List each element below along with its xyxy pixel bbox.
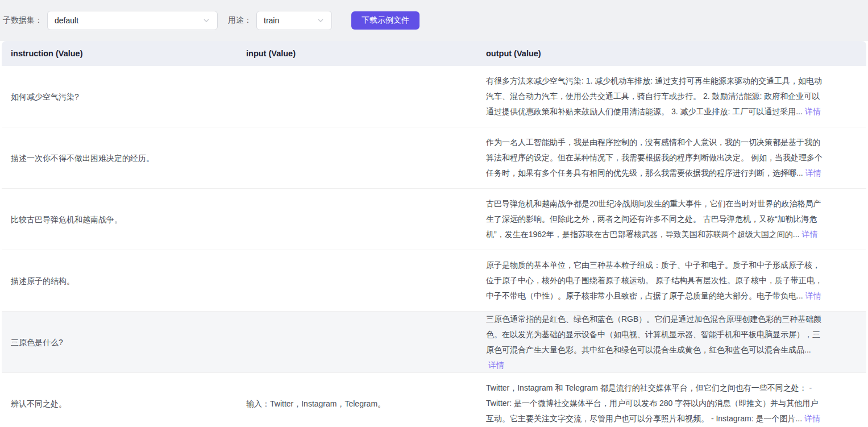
table-row: 辨认不同之处。 输入：Twitter，Instagram，Telegram。 T… (2, 373, 866, 427)
input-cell (237, 312, 477, 373)
input-cell (237, 66, 477, 127)
output-cell: 三原色通常指的是红色、绿色和蓝色（RGB）。它们是通过加色混合原理创建色彩的三种… (477, 312, 866, 373)
toolbar: 子数据集： default 用途： train 下载示例文件 (0, 0, 868, 41)
input-cell: 输入：Twitter，Instagram，Telegram。 (237, 373, 477, 427)
instruction-cell: 如何减少空气污染? (2, 66, 237, 127)
table-header-row: instruction (Value) input (Value) output… (2, 41, 866, 66)
instruction-cell: 辨认不同之处。 (2, 373, 237, 427)
output-cell: 作为一名人工智能助手，我是由程序控制的，没有感情和个人意识，我的一切决策都是基于… (477, 127, 866, 188)
subset-label: 子数据集： (3, 15, 43, 26)
output-text: 三原色通常指的是红色、绿色和蓝色（RGB）。它们是通过加色混合原理创建色彩的三种… (486, 314, 821, 354)
output-cell: Twitter，Instagram 和 Telegram 都是流行的社交媒体平台… (477, 373, 866, 427)
detail-link[interactable]: 详情 (805, 168, 821, 177)
input-cell (237, 127, 477, 188)
output-text: 原子是物质的基本单位，它由三种基本粒子组成：质子、中子和电子。质子和中子形成原子… (486, 260, 823, 300)
output-text: 古巴导弹危机和越南战争都是20世纪冷战期间发生的重大事件，它们在当时对世界的政治… (486, 199, 821, 239)
subset-select[interactable]: default (47, 11, 218, 30)
output-text: 作为一名人工智能助手，我是由程序控制的，没有感情和个人意识，我的一切决策都是基于… (486, 138, 823, 177)
table-row: 三原色是什么? 三原色通常指的是红色、绿色和蓝色（RGB）。它们是通过加色混合原… (2, 312, 866, 373)
output-cell: 原子是物质的基本单位，它由三种基本粒子组成：质子、中子和电子。质子和中子形成原子… (477, 250, 866, 311)
detail-link[interactable]: 详情 (801, 230, 817, 239)
chevron-down-icon (202, 16, 210, 24)
subset-select-value: default (55, 16, 78, 25)
output-text: Twitter，Instagram 和 Telegram 都是流行的社交媒体平台… (486, 383, 818, 423)
output-cell: 有很多方法来减少空气污染: 1. 减少机动车排放: 通过支持可再生能源来驱动的交… (477, 66, 866, 127)
table-row: 描述一次你不得不做出困难决定的经历。 作为一名人工智能助手，我是由程序控制的，没… (2, 127, 866, 189)
instruction-cell: 描述一次你不得不做出困难决定的经历。 (2, 127, 237, 188)
output-text: 有很多方法来减少空气污染: 1. 减少机动车排放: 通过支持可再生能源来驱动的交… (486, 76, 822, 116)
input-cell (237, 189, 477, 250)
purpose-select[interactable]: train (256, 11, 332, 30)
detail-link[interactable]: 详情 (805, 291, 821, 300)
detail-link[interactable]: 详情 (488, 360, 504, 370)
instruction-cell: 三原色是什么? (2, 312, 237, 373)
table-row: 比较古巴导弹危机和越南战争。 古巴导弹危机和越南战争都是20世纪冷战期间发生的重… (2, 189, 866, 250)
input-cell (237, 250, 477, 311)
purpose-label: 用途： (228, 15, 252, 26)
dataset-preview-table: instruction (Value) input (Value) output… (2, 41, 866, 427)
purpose-select-value: train (264, 16, 279, 25)
instruction-cell: 描述原子的结构。 (2, 250, 237, 311)
column-header-instruction: instruction (Value) (2, 49, 237, 58)
chevron-down-icon (317, 16, 325, 24)
output-cell: 古巴导弹危机和越南战争都是20世纪冷战期间发生的重大事件，它们在当时对世界的政治… (477, 189, 866, 250)
table-row: 描述原子的结构。 原子是物质的基本单位，它由三种基本粒子组成：质子、中子和电子。… (2, 250, 866, 312)
column-header-output: output (Value) (477, 49, 866, 58)
download-sample-button[interactable]: 下载示例文件 (351, 11, 420, 30)
table-row: 如何减少空气污染? 有很多方法来减少空气污染: 1. 减少机动车排放: 通过支持… (2, 66, 866, 127)
instruction-cell: 比较古巴导弹危机和越南战争。 (2, 189, 237, 250)
detail-link[interactable]: 详情 (804, 414, 820, 423)
column-header-input: input (Value) (237, 49, 477, 58)
detail-link[interactable]: 详情 (805, 107, 821, 116)
